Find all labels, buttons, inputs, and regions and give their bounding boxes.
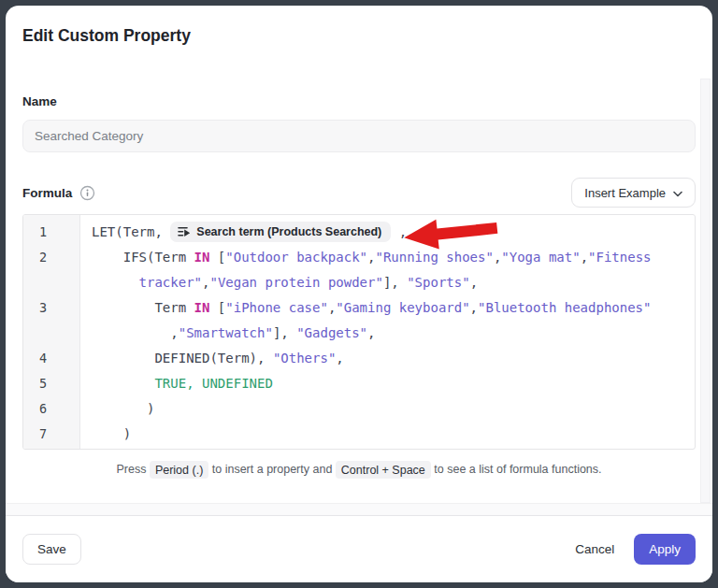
code-line-content: IFS(Term IN ["Outdoor backpack","Running…: [79, 245, 695, 270]
line-number: 4: [23, 346, 79, 371]
code-token: LET(Term,: [92, 224, 170, 239]
code-token: ,: [470, 300, 478, 315]
code-token: [92, 376, 154, 391]
code-token: "Yoga mat": [501, 250, 580, 265]
line-number: 2: [23, 245, 79, 270]
hint-press: Press: [116, 463, 146, 476]
code-token: TRUE, UNDEFINED: [154, 376, 272, 391]
code-token: "iPhone case": [225, 300, 328, 315]
line-number: [23, 321, 79, 346]
code-line-content: LET(Term, Search term (Products Searched…: [79, 220, 695, 245]
code-token: "Fitness: [588, 250, 651, 265]
code-line: 7 ): [23, 422, 695, 447]
code-token: "Outdoor backpack": [225, 250, 367, 265]
code-line: ,"Smartwatch"], "Gadgets",: [23, 321, 695, 346]
code-token: "Bluetooth headphones": [478, 300, 651, 315]
code-token: [92, 275, 139, 290]
code-line: 3 Term IN ["iPhone case","Gaming keyboar…: [23, 295, 695, 321]
code-token: ,: [470, 275, 478, 290]
code-line-content: ): [79, 396, 695, 422]
code-token: [: [209, 300, 225, 315]
apply-button[interactable]: Apply: [634, 534, 696, 565]
code-token: ,: [336, 351, 343, 366]
code-token: ): [92, 426, 131, 441]
search-term-icon: [178, 225, 191, 238]
code-token: "Gadgets": [296, 325, 367, 340]
code-line-content: tracker","Vegan protein powder"], "Sport…: [79, 270, 695, 295]
insert-example-label: Insert Example: [584, 186, 666, 200]
code-token: Term: [92, 300, 194, 315]
code-token: ,: [391, 224, 407, 239]
insert-example-button[interactable]: Insert Example: [571, 178, 696, 208]
footer-divider: [6, 503, 712, 516]
code-token: ,: [581, 250, 588, 265]
chip-label: Search term (Products Searched): [196, 222, 381, 242]
code-token: "Vegan protein powder": [209, 275, 382, 290]
line-number: 3: [23, 295, 79, 321]
code-token: tracker": [139, 275, 202, 290]
code-token: DEFINED(Term),: [92, 351, 273, 366]
code-token: ],: [273, 325, 296, 340]
hint-mid: to insert a property and: [212, 463, 333, 476]
code-token: [: [209, 250, 225, 265]
line-number: 5: [23, 371, 79, 396]
line-number: 7: [23, 422, 79, 447]
code-line-content: ,"Smartwatch"], "Gadgets",: [79, 321, 695, 346]
line-number: 6: [23, 396, 79, 422]
code-line-content: TRUE, UNDEFINED: [79, 371, 695, 396]
code-token: "Sports": [407, 275, 469, 290]
code-line-content: ): [79, 422, 695, 447]
info-icon[interactable]: [79, 185, 95, 201]
chevron-down-icon: [673, 186, 682, 200]
code-line: 6 ): [23, 396, 695, 422]
code-token: "Running shoes": [375, 250, 493, 265]
code-line: 5 TRUE, UNDEFINED: [23, 371, 695, 396]
dialog-footer: Save Cancel Apply: [6, 516, 712, 582]
code-line-content: DEFINED(Term), "Others",: [79, 346, 695, 371]
hint-suffix: to see a list of formula functions.: [434, 463, 601, 476]
cancel-button[interactable]: Cancel: [575, 534, 614, 565]
dialog-title: Edit Custom Property: [22, 6, 696, 45]
code-token: ,: [367, 325, 375, 340]
name-label: Name: [22, 94, 696, 108]
vertical-scrollbar[interactable]: [700, 79, 711, 503]
code-token: "Gaming keyboard": [336, 300, 469, 315]
code-line-content: Term IN ["iPhone case","Gaming keyboard"…: [79, 295, 695, 321]
kbd-period: Period (.): [150, 461, 208, 479]
line-number: 1: [23, 220, 79, 245]
line-number: [23, 270, 79, 295]
kbd-control-space: Control + Space: [336, 461, 431, 479]
edit-custom-property-dialog: Edit Custom Property Name Formula Insert…: [6, 6, 712, 582]
code-token: "Others": [273, 351, 336, 366]
code-token: IFS(Term: [92, 250, 194, 265]
code-token: ,: [92, 325, 179, 340]
code-token: "Smartwatch": [179, 325, 273, 340]
search-term-property-chip[interactable]: Search term (Products Searched): [170, 222, 391, 242]
editor-hint-text: Press Period (.) to insert a property an…: [22, 460, 696, 479]
code-token: ): [92, 401, 154, 416]
save-button[interactable]: Save: [22, 534, 81, 565]
formula-code-editor[interactable]: 1LET(Term, Search term (Products Searche…: [22, 214, 696, 450]
code-line: 4 DEFINED(Term), "Others",: [23, 346, 695, 371]
formula-label: Formula: [22, 186, 72, 200]
code-token: IN: [194, 300, 210, 315]
code-line: 1LET(Term, Search term (Products Searche…: [23, 220, 695, 245]
code-token: IN: [194, 250, 210, 265]
name-input[interactable]: [22, 120, 696, 152]
code-line: tracker","Vegan protein powder"], "Sport…: [23, 270, 695, 295]
code-token: ],: [383, 275, 407, 290]
code-line: 2 IFS(Term IN ["Outdoor backpack","Runni…: [23, 245, 695, 270]
